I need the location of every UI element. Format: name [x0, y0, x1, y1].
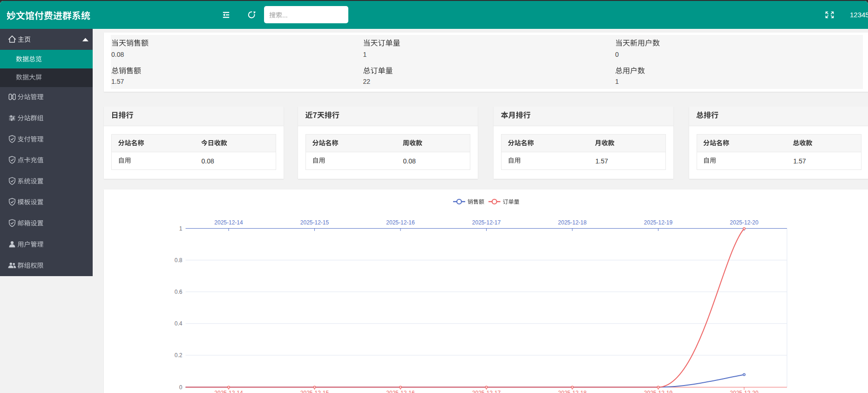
svg-text:0.2: 0.2	[175, 352, 183, 359]
svg-text:2025-12-19: 2025-12-19	[644, 219, 673, 226]
svg-text:0.4: 0.4	[175, 320, 183, 327]
svg-text:2025-12-16: 2025-12-16	[386, 390, 415, 393]
svg-text:2025-12-14: 2025-12-14	[214, 390, 243, 393]
svg-text:2025-12-15: 2025-12-15	[300, 390, 329, 393]
svg-text:0: 0	[179, 384, 183, 391]
svg-text:0.8: 0.8	[175, 257, 183, 264]
svg-text:0.6: 0.6	[175, 289, 183, 295]
svg-text:2025-12-17: 2025-12-17	[472, 390, 501, 393]
svg-text:2025-12-16: 2025-12-16	[386, 219, 415, 226]
svg-text:2025-12-19: 2025-12-19	[644, 390, 673, 393]
svg-text:2025-12-14: 2025-12-14	[214, 219, 243, 226]
svg-text:2025-12-20: 2025-12-20	[730, 219, 759, 226]
svg-text:2025-12-18: 2025-12-18	[558, 219, 587, 226]
svg-text:2025-12-17: 2025-12-17	[472, 219, 501, 226]
svg-text:2025-12-20: 2025-12-20	[730, 390, 759, 393]
svg-text:2025-12-15: 2025-12-15	[300, 219, 329, 226]
svg-text:2025-12-18: 2025-12-18	[558, 390, 587, 393]
svg-text:1: 1	[179, 225, 183, 232]
